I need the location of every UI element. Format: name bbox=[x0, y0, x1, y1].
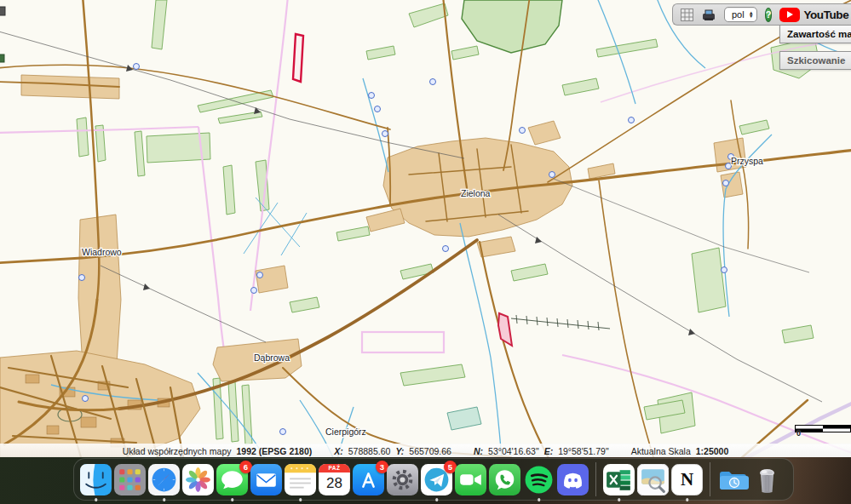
scale-bar-zero-label: 0 bbox=[796, 429, 801, 438]
scale-value: 1:25000 bbox=[696, 446, 729, 456]
language-value: pol bbox=[732, 9, 745, 20]
panel-tab-sketching[interactable]: Szkicowanie bbox=[779, 51, 851, 70]
map-label-zielona: Zielona bbox=[461, 188, 491, 198]
calendar-month: PAŹ bbox=[319, 464, 350, 472]
map-toolbar: pol ▲▼ ? YouTube bbox=[672, 3, 851, 26]
dock-separator bbox=[595, 462, 596, 496]
dock-messages-icon[interactable]: 6 bbox=[216, 464, 248, 495]
dock-downloads-folder-icon[interactable] bbox=[717, 464, 749, 495]
notion-glyph: N bbox=[671, 464, 703, 495]
dock-spotify-icon[interactable] bbox=[523, 464, 555, 495]
dock-telegram-icon[interactable]: 5 bbox=[421, 464, 452, 495]
n-value: 53°04'16.63" bbox=[488, 446, 539, 456]
dock-separator bbox=[710, 462, 710, 496]
n-label: N: bbox=[474, 446, 483, 456]
e-value: 19°58'51.79" bbox=[558, 446, 609, 456]
youtube-play-icon bbox=[779, 8, 800, 22]
panel-tab-map-content-label: Zawartość mapy bbox=[787, 29, 851, 39]
crs-label: Układ współrzędnych mapy bbox=[123, 446, 232, 456]
map-hatched-line bbox=[511, 315, 610, 330]
map-label-dabrowa: Dąbrowa bbox=[254, 352, 290, 363]
map-label-cierpigorz: Cierpigórz bbox=[325, 427, 366, 437]
dock-settings-icon[interactable] bbox=[387, 464, 418, 495]
youtube-button[interactable]: YouTube bbox=[779, 8, 848, 22]
dock-trash-icon[interactable] bbox=[751, 464, 783, 495]
e-label: E: bbox=[544, 446, 554, 456]
help-button[interactable]: ? bbox=[765, 8, 773, 22]
map-red-parcel-north bbox=[293, 34, 303, 82]
dock-discord-icon[interactable] bbox=[557, 464, 589, 495]
dock-notion-icon[interactable]: N bbox=[671, 464, 703, 495]
map-canvas[interactable]: Zielona Wiadrowo Przyspa Dąbrowa Cierpig… bbox=[0, 0, 851, 457]
map-scale-bar: 0 bbox=[795, 421, 851, 440]
dock-notes-icon[interactable] bbox=[285, 464, 316, 495]
y-label: Y: bbox=[395, 446, 404, 456]
panel-tab-map-content[interactable]: Zawartość mapy bbox=[779, 25, 851, 43]
select-stepper-icon: ▲▼ bbox=[749, 11, 754, 18]
grid-tool-button[interactable] bbox=[681, 7, 693, 22]
dock-calendar-icon[interactable]: PAŹ 28 bbox=[319, 464, 350, 495]
dock-facetime-icon[interactable] bbox=[455, 464, 486, 495]
map-edge-symbols bbox=[0, 7, 5, 62]
map-red-parcel-south bbox=[498, 313, 512, 346]
x-value: 578885.60 bbox=[348, 446, 391, 456]
dock-launchpad-icon[interactable] bbox=[114, 464, 146, 495]
dock-mail-icon[interactable] bbox=[250, 464, 282, 495]
printer-icon[interactable] bbox=[701, 7, 716, 22]
map-status-bar: Układ współrzędnych mapy 1992 (EPSG 2180… bbox=[0, 444, 851, 457]
dock-preview-icon[interactable] bbox=[637, 464, 669, 495]
help-label: ? bbox=[766, 9, 772, 20]
dock-appstore-icon[interactable]: 3 bbox=[353, 464, 384, 495]
youtube-label: YouTube bbox=[803, 9, 848, 21]
dock-finder-icon[interactable] bbox=[80, 464, 112, 495]
calendar-day: 28 bbox=[319, 472, 350, 495]
dock-photos-icon[interactable] bbox=[182, 464, 214, 495]
panel-tab-sketching-label: Szkicowanie bbox=[787, 55, 845, 66]
x-label: X: bbox=[334, 446, 343, 456]
crs-value: 1992 (EPSG 2180) bbox=[237, 446, 313, 456]
dock-whatsapp-icon[interactable] bbox=[489, 464, 520, 495]
language-select[interactable]: pol ▲▼ bbox=[724, 7, 757, 22]
map-label-wiadrowo: Wiadrowo bbox=[82, 247, 122, 257]
y-value: 565709.66 bbox=[409, 446, 451, 456]
map-label-przyspa: Przyspa bbox=[731, 156, 763, 166]
dock-safari-icon[interactable] bbox=[148, 464, 180, 495]
dock-excel-icon[interactable] bbox=[603, 464, 635, 495]
scale-label: Aktualna Skala bbox=[631, 446, 691, 456]
dock: 6 PAŹ 28 3 5 N bbox=[73, 458, 794, 501]
